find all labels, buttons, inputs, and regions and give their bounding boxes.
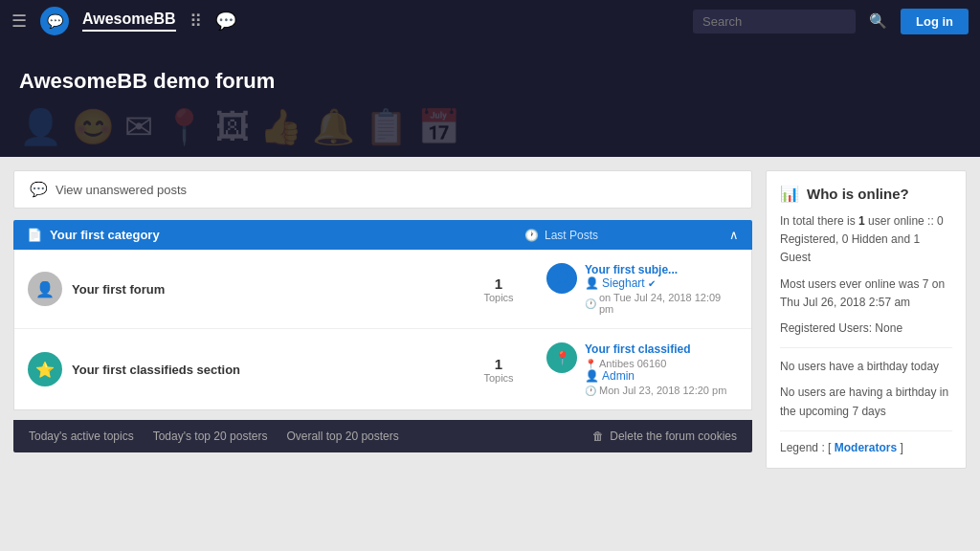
- time-icon: 🕐: [585, 298, 596, 309]
- overall-top-link[interactable]: Overall top 20 posters: [286, 430, 398, 443]
- view-unanswered-bar[interactable]: 💬 View unanswered posts: [13, 170, 752, 209]
- top-posters-link[interactable]: Today's top 20 posters: [153, 430, 268, 443]
- who-online-card: 📊 Who is online? In total there is 1 use…: [766, 170, 967, 469]
- hamburger-icon[interactable]: ☰: [11, 11, 27, 32]
- last-post-date: 🕐 on Tue Jul 24, 2018 12:09 pm: [585, 292, 738, 315]
- navbar: ☰ 💬 AwesomeBB ⠿ 💬 🔍 Log in: [0, 0, 980, 42]
- apps-icon[interactable]: ⠿: [189, 11, 202, 32]
- last-post-location: 📍 Antibes 06160: [585, 358, 726, 369]
- last-post-avatar-classified: 📍: [546, 342, 577, 373]
- category-icon: 📄: [27, 228, 42, 242]
- topics-count: 1: [460, 356, 537, 372]
- hero-icons: 👤 😊 ✉ 📍 🖼 👍 🔔 📋 📅: [0, 98, 980, 157]
- birthday2: No users are having a birthday in the up…: [780, 384, 952, 420]
- category-title: 📄 Your first category: [27, 228, 448, 242]
- login-button[interactable]: Log in: [901, 9, 969, 34]
- birthday1: No users have a birthday today: [780, 358, 952, 376]
- main-container: 💬 View unanswered posts 📄 Your first cat…: [0, 157, 980, 482]
- registered-users: Registered Users: None: [780, 320, 952, 338]
- forum-icon-classifieds: ⭐: [28, 352, 62, 386]
- view-unanswered-label: View unanswered posts: [56, 183, 187, 197]
- last-post-author: 👤 Sieghart ✔: [585, 276, 738, 290]
- forum-icon: 👤: [28, 272, 62, 306]
- bar-chart-icon: 📊: [780, 185, 799, 203]
- topics-label: Topics: [460, 292, 537, 303]
- category-lastpost-col: 🕐 Last Posts: [524, 229, 716, 242]
- topics-count: 1: [460, 276, 537, 292]
- hero-title: AwesomeBB demo forum: [19, 69, 961, 94]
- legend-text: Legend : [ Moderators ]: [780, 441, 952, 454]
- forum-topics: 1 Topics: [460, 276, 537, 303]
- brand-name[interactable]: AwesomeBB: [82, 11, 176, 32]
- forum-list: 👤 Your first forum 1 Topics 👤 Your first…: [13, 250, 752, 410]
- last-post-title[interactable]: Your first subje...: [585, 263, 738, 276]
- category-header: 📄 Your first category 🕐 Last Posts ∧: [13, 220, 752, 250]
- chat-icon[interactable]: 💬: [215, 11, 236, 32]
- forum-name[interactable]: Your first classifieds section: [72, 363, 451, 377]
- trash-icon: 🗑: [592, 430, 604, 443]
- last-post-author: 👤 Admin: [585, 369, 726, 383]
- active-topics-link[interactable]: Today's active topics: [29, 430, 134, 443]
- logo-icon: 💬: [40, 7, 69, 35]
- navbar-right: 🔍 Log in: [693, 9, 969, 34]
- time-icon: 🕐: [585, 386, 596, 396]
- hero-banner: 👤 😊 ✉ 📍 🖼 👍 🔔 📋 📅 AwesomeBB demo forum: [0, 42, 980, 157]
- sidebar-divider2: [780, 430, 952, 431]
- who-online-title: 📊 Who is online?: [780, 185, 952, 203]
- moderators-link[interactable]: Moderators: [835, 441, 897, 454]
- delete-cookies-link[interactable]: Delete the forum cookies: [610, 430, 737, 443]
- verified-icon: ✔: [648, 278, 656, 289]
- comment-icon: 💬: [30, 181, 48, 198]
- last-post-cell: 👤 Your first subje... 👤 Sieghart ✔ 🕐 on …: [546, 263, 738, 315]
- author-icon: 👤: [585, 369, 599, 383]
- forum-name[interactable]: Your first forum: [72, 282, 451, 297]
- search-button[interactable]: 🔍: [865, 12, 891, 30]
- navbar-left: ☰ 💬 AwesomeBB ⠿ 💬: [11, 7, 693, 35]
- last-post-date: 🕐 Mon Jul 23, 2018 12:20 pm: [585, 385, 726, 396]
- last-post-cell: 📍 Your first classified 📍 Antibes 06160 …: [546, 342, 738, 396]
- legend-suffix: ]: [900, 441, 902, 454]
- sidebar: 📊 Who is online? In total there is 1 use…: [766, 170, 967, 469]
- last-post-title[interactable]: Your first classified: [585, 342, 726, 356]
- delete-cookies-area: 🗑 Delete the forum cookies: [592, 430, 737, 443]
- table-row: ⭐ Your first classifieds section 1 Topic…: [14, 329, 751, 409]
- clock-icon: 🕐: [524, 229, 539, 242]
- content-area: 💬 View unanswered posts 📄 Your first cat…: [13, 170, 752, 469]
- category-toggle[interactable]: ∧: [716, 228, 739, 242]
- online-summary: In total there is 1 user online :: 0 Reg…: [780, 212, 952, 268]
- search-input[interactable]: [693, 10, 856, 33]
- author-icon: 👤: [585, 276, 599, 290]
- last-post-info: Your first subje... 👤 Sieghart ✔ 🕐 on Tu…: [585, 263, 738, 315]
- footer-bar: Today's active topics Today's top 20 pos…: [13, 420, 752, 452]
- last-post-avatar: 👤: [546, 263, 577, 294]
- max-users: Most users ever online was 7 on Thu Jul …: [780, 276, 952, 312]
- forum-topics: 1 Topics: [460, 356, 537, 384]
- legend-prefix: Legend : [: [780, 441, 831, 454]
- location-icon: 📍: [585, 359, 596, 369]
- table-row: 👤 Your first forum 1 Topics 👤 Your first…: [14, 250, 751, 329]
- sidebar-divider: [780, 347, 952, 348]
- topics-label: Topics: [460, 372, 537, 384]
- last-post-info: Your first classified 📍 Antibes 06160 👤 …: [585, 342, 726, 396]
